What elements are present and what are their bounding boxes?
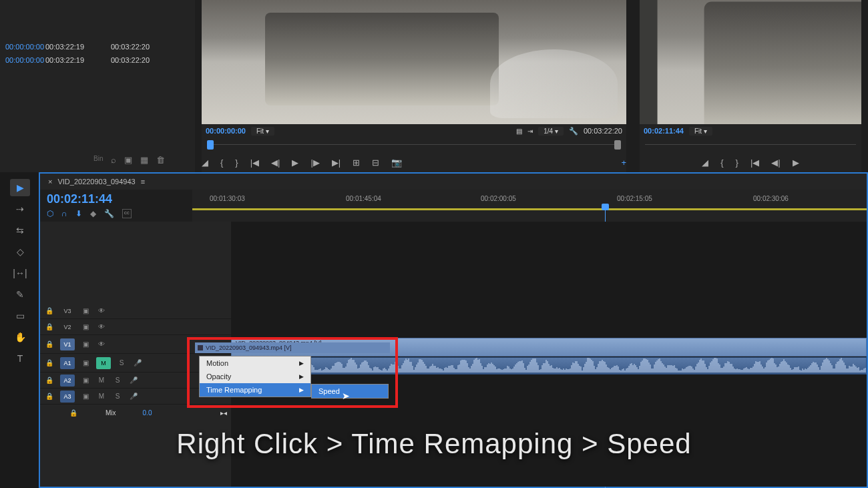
voiceover-icon[interactable]: 🎤 [128, 377, 139, 384]
slip-tool-icon[interactable]: |↔| [10, 264, 30, 282]
mute-button[interactable]: M [96, 393, 107, 400]
track-label[interactable]: A2 [60, 375, 75, 387]
metadata-row[interactable]: 00:00:00:00 00:03:22:19 00:03:22:20 [0, 53, 195, 67]
step-fwd-icon[interactable]: |▶ [310, 158, 319, 168]
expand-icon[interactable]: ▸◂ [220, 409, 227, 417]
context-menu-item-motion[interactable]: Motion▶ [200, 356, 310, 370]
play-icon[interactable]: ▶ [292, 158, 298, 168]
mute-button[interactable]: M [96, 377, 107, 384]
rectangle-tool-icon[interactable]: ▭ [10, 307, 30, 324]
sync-lock-icon[interactable]: ▣ [80, 340, 91, 348]
close-tab-icon[interactable]: × [48, 178, 52, 186]
track-label[interactable]: V3 [60, 305, 75, 317]
source-scrubber[interactable] [202, 138, 626, 152]
pen-tool-icon[interactable]: ✎ [10, 286, 30, 303]
context-menu-item-opacity[interactable]: Opacity▶ [200, 370, 310, 383]
lock-icon[interactable]: 🔒 [44, 359, 55, 367]
step-back-icon[interactable]: ◀| [271, 158, 280, 168]
track-label[interactable]: V2 [60, 321, 75, 333]
new-item-icon[interactable]: ▦ [140, 155, 148, 165]
solo-button[interactable]: S [112, 377, 123, 384]
lock-icon[interactable]: 🔒 [44, 307, 55, 314]
marker-add-icon[interactable]: ⬇ [75, 209, 82, 218]
trash-icon[interactable]: 🗑 [156, 155, 165, 165]
search-icon[interactable]: ⌕ [111, 155, 116, 165]
play-icon[interactable]: ▶ [793, 158, 799, 168]
mark-in-icon[interactable]: ◢ [702, 158, 708, 168]
track-select-tool-icon[interactable]: ⇢ [10, 200, 30, 218]
playhead-timecode[interactable]: 00:02:11:44 [47, 192, 186, 206]
marker-icon[interactable]: ◆ [90, 209, 96, 218]
step-back-icon[interactable]: ◀| [771, 158, 780, 168]
work-area-bar[interactable] [192, 208, 867, 210]
metadata-row[interactable]: 00:00:00:00 00:03:22:19 00:03:22:20 [0, 40, 195, 53]
context-menu-item-time-remapping[interactable]: Time Remapping▶ [200, 383, 310, 397]
razor-tool-icon[interactable]: ◇ [10, 243, 30, 260]
source-playback-res-icon[interactable]: ⇥ [527, 128, 533, 135]
mix-value[interactable]: 0.0 [143, 409, 152, 417]
go-to-out-icon[interactable]: ▶| [332, 158, 341, 168]
source-out-timecode[interactable]: 00:03:22:20 [584, 127, 622, 135]
export-frame-icon[interactable]: 📷 [391, 158, 402, 168]
snap-icon[interactable]: ⬡ [47, 209, 53, 218]
lock-icon[interactable]: 🔒 [44, 340, 55, 348]
source-in-timecode[interactable]: 00:00:00:00 [206, 127, 246, 135]
add-button-icon[interactable]: + [621, 158, 626, 168]
lock-icon[interactable]: 🔒 [44, 323, 55, 330]
lock-icon[interactable]: 🔒 [68, 409, 79, 417]
insert-icon[interactable]: ⊞ [353, 158, 360, 168]
video-track-header[interactable]: 🔒 V3 ▣ 👁 [40, 303, 231, 319]
context-submenu: Speed [311, 384, 389, 399]
linked-selection-icon[interactable]: ∩ [61, 209, 67, 218]
program-preview[interactable] [640, 0, 861, 124]
eye-icon[interactable]: 👁 [96, 323, 107, 330]
cell-out: 00:03:22:19 [45, 56, 111, 64]
panel-menu-icon[interactable]: ≡ [141, 178, 145, 186]
ruler-mark: 00:02:30:06 [753, 195, 789, 202]
sync-lock-icon[interactable]: ▣ [80, 323, 91, 330]
selection-tool-icon[interactable]: ▶ [10, 179, 30, 196]
go-to-in-icon[interactable]: |◀ [750, 158, 759, 168]
program-fit-dropdown[interactable]: Fit ▾ [689, 127, 712, 136]
program-timecode[interactable]: 00:02:11:44 [644, 127, 684, 135]
mark-out-icon[interactable]: { [220, 158, 223, 168]
sync-lock-icon[interactable]: ▣ [80, 393, 91, 400]
hand-tool-icon[interactable]: ✋ [10, 328, 30, 346]
sync-lock-icon[interactable]: ▣ [80, 377, 91, 384]
track-label[interactable]: A3 [60, 391, 75, 403]
sync-lock-icon[interactable]: ▣ [80, 359, 91, 367]
captions-icon[interactable]: cc [122, 209, 132, 218]
overwrite-icon[interactable]: ⊟ [372, 158, 379, 168]
mark-clip-icon[interactable]: } [736, 158, 738, 168]
track-label[interactable]: V1 [60, 338, 75, 350]
sequence-tab[interactable]: × VID_20220903_094943 ≡ [40, 174, 867, 190]
mute-button[interactable]: M [96, 357, 111, 369]
type-tool-icon[interactable]: T [10, 350, 30, 367]
settings-icon[interactable]: 🔧 [569, 127, 578, 136]
context-submenu-item-speed[interactable]: Speed [312, 385, 388, 398]
mark-in-icon[interactable]: ◢ [202, 158, 208, 168]
eye-icon[interactable]: 👁 [96, 307, 107, 314]
source-preview[interactable] [202, 0, 626, 124]
timeline-ruler[interactable]: 00:01:30:03 00:01:45:04 00:02:00:05 00:0… [192, 190, 867, 222]
mark-clip-icon[interactable]: } [235, 158, 238, 168]
voiceover-icon[interactable]: 🎤 [128, 393, 139, 400]
solo-button[interactable]: S [112, 393, 123, 400]
folder-icon[interactable]: ▣ [124, 155, 132, 165]
source-scale-dropdown[interactable]: 1/4 ▾ [538, 127, 564, 136]
solo-button[interactable]: S [116, 359, 127, 367]
program-scrubber[interactable] [640, 138, 861, 152]
lock-icon[interactable]: 🔒 [44, 377, 55, 384]
sync-lock-icon[interactable]: ▣ [80, 307, 91, 314]
lock-icon[interactable]: 🔒 [44, 393, 55, 400]
go-to-in-icon[interactable]: |◀ [250, 158, 259, 168]
mark-out-icon[interactable]: { [720, 158, 723, 168]
source-display-mode-icon[interactable]: ▤ [516, 128, 522, 135]
voiceover-icon[interactable]: 🎤 [132, 359, 143, 367]
wrench-icon[interactable]: 🔧 [104, 209, 114, 218]
source-fit-dropdown[interactable]: Fit ▾ [251, 127, 274, 136]
eye-icon[interactable]: 👁 [96, 340, 107, 348]
track-label[interactable]: A1 [60, 357, 75, 369]
ripple-edit-tool-icon[interactable]: ⇆ [10, 222, 30, 239]
video-track-header[interactable]: 🔒 V2 ▣ 👁 [40, 319, 231, 335]
